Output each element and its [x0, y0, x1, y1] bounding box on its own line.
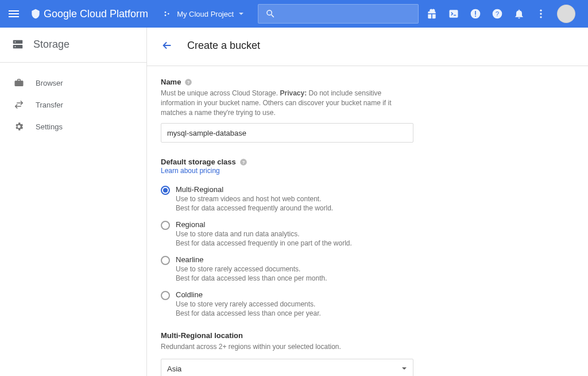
radio-nearline[interactable]: Nearline Use to store rarely accessed do… — [161, 253, 558, 288]
location-selected: Asia — [167, 365, 181, 373]
notifications-button[interactable] — [513, 8, 525, 20]
radio-icon — [161, 291, 170, 300]
alert-button[interactable] — [470, 8, 481, 20]
content-header: Create a bucket — [147, 28, 588, 66]
storage-class-radio-group: Multi-Regional Use to stream videos and … — [161, 183, 558, 323]
sidebar-item-transfer[interactable]: Transfer — [0, 94, 146, 116]
more-vert-icon — [535, 8, 547, 20]
radio-desc-2: Best for data accessed less than once pe… — [176, 309, 321, 317]
search-icon — [265, 9, 276, 19]
location-select[interactable]: Asia — [161, 359, 413, 376]
more-button[interactable] — [535, 8, 547, 20]
radio-icon — [161, 186, 170, 195]
svg-point-13 — [15, 46, 16, 47]
svg-point-8 — [540, 13, 541, 14]
cloud-icon — [30, 8, 41, 20]
storage-class-label-row: Default storage class ? — [161, 158, 558, 166]
back-button[interactable] — [161, 39, 173, 52]
location-label: Multi-Regional location — [161, 331, 558, 340]
bucket-name-input[interactable] — [161, 123, 413, 143]
svg-text:?: ? — [496, 10, 500, 17]
transfer-icon — [14, 99, 24, 110]
briefcase-icon — [14, 78, 24, 88]
sidebar-item-settings[interactable]: Settings — [0, 116, 146, 137]
sidebar-item-label: Transfer — [36, 101, 63, 109]
top-bar: Google Cloud Platform My Cloud Project ? — [0, 0, 588, 28]
gift-button[interactable] — [426, 8, 438, 20]
radio-desc-1: Use to store very rarely accessed docume… — [176, 300, 321, 308]
radio-desc-1: Use to store data and run data analytics… — [176, 230, 352, 238]
alert-icon — [470, 8, 481, 20]
radio-desc-1: Use to store rarely accessed documents. — [176, 265, 327, 273]
sidebar-header: Storage — [0, 28, 146, 63]
learn-pricing-link[interactable]: Learn about pricing — [161, 167, 220, 175]
sidebar-title: Storage — [33, 39, 69, 51]
svg-point-9 — [540, 16, 541, 18]
radio-regional[interactable]: Regional Use to store data and run data … — [161, 218, 558, 253]
radio-icon — [161, 221, 170, 230]
brand-strong: Google — [44, 8, 77, 20]
name-helper: Must be unique across Cloud Storage. Pri… — [161, 89, 408, 117]
sidebar: Storage Browser Transfer Settings — [0, 28, 147, 376]
console-button[interactable] — [448, 8, 459, 20]
radio-coldline[interactable]: Coldline Use to store very rarely access… — [161, 288, 558, 323]
project-selector[interactable]: My Cloud Project — [160, 7, 247, 21]
hamburger-icon — [7, 7, 21, 21]
name-label-row: Name ? — [161, 78, 558, 86]
help-icon: ? — [492, 8, 503, 20]
brand-rest: Cloud Platform — [80, 8, 148, 20]
caret-down-icon — [238, 11, 244, 17]
gear-icon — [14, 121, 24, 132]
gift-icon — [426, 8, 438, 20]
radio-desc-1: Use to stream videos and host hot web co… — [176, 195, 333, 203]
sidebar-item-browser[interactable]: Browser — [0, 72, 146, 94]
help-name-icon[interactable]: ? — [184, 78, 192, 86]
svg-text:?: ? — [242, 160, 245, 165]
project-icon — [163, 9, 172, 18]
radio-label: Multi-Regional — [176, 185, 333, 194]
svg-text:?: ? — [187, 79, 190, 85]
topbar-actions: ? — [426, 5, 575, 23]
console-icon — [448, 8, 459, 20]
caret-down-icon — [401, 366, 407, 371]
svg-point-0 — [165, 11, 167, 13]
project-name: My Cloud Project — [177, 10, 234, 18]
radio-icon — [161, 256, 170, 265]
menu-button[interactable] — [7, 7, 21, 21]
radio-multi-regional[interactable]: Multi-Regional Use to stream videos and … — [161, 183, 558, 218]
svg-point-1 — [165, 14, 167, 16]
svg-point-12 — [15, 41, 16, 43]
radio-label: Regional — [176, 220, 352, 229]
radio-label: Nearline — [176, 255, 327, 264]
svg-rect-10 — [13, 40, 23, 44]
brand: Google Cloud Platform — [30, 8, 148, 20]
search-bar[interactable] — [258, 4, 419, 24]
svg-point-7 — [540, 10, 541, 11]
account-avatar[interactable] — [557, 5, 575, 23]
page-title: Create a bucket — [187, 40, 260, 52]
radio-desc-2: Best for data accessed less than once pe… — [176, 274, 327, 282]
help-button[interactable]: ? — [492, 8, 503, 20]
storage-icon — [11, 38, 24, 51]
bell-icon — [513, 8, 525, 20]
sidebar-item-label: Settings — [36, 122, 63, 131]
svg-rect-3 — [450, 10, 458, 17]
svg-rect-11 — [13, 45, 23, 48]
location-helper: Redundant across 2+ regions within your … — [161, 342, 558, 352]
help-storage-icon[interactable]: ? — [239, 158, 247, 166]
name-label: Name — [161, 78, 181, 86]
radio-desc-2: Best for data accessed frequently around… — [176, 204, 333, 212]
radio-desc-2: Best for data accessed frequently in one… — [176, 239, 352, 247]
svg-point-2 — [168, 13, 169, 15]
sidebar-item-label: Browser — [36, 79, 63, 87]
radio-label: Coldline — [176, 290, 321, 299]
storage-class-label: Default storage class — [161, 158, 236, 166]
